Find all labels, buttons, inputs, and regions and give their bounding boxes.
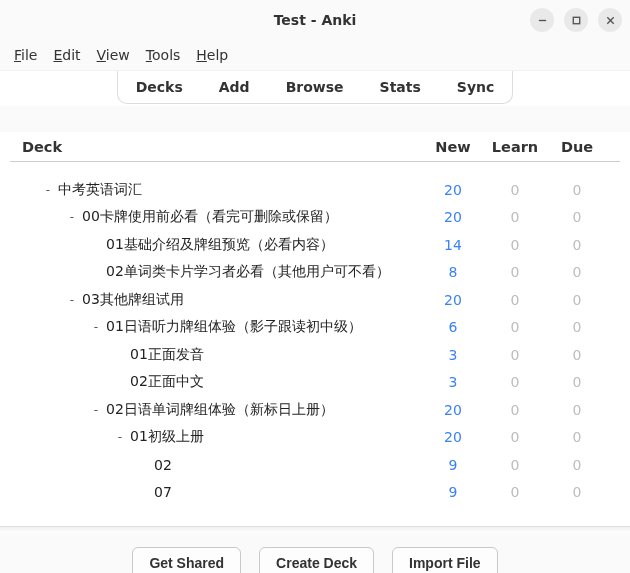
deck-new-count: 20 (422, 209, 484, 225)
deck-due-count: 0 (546, 457, 608, 473)
deck-due-count: 0 (546, 429, 608, 445)
deck-due-count: 0 (546, 182, 608, 198)
create-deck-button[interactable]: Create Deck (259, 547, 374, 573)
deck-new-count: 8 (422, 264, 484, 280)
import-file-button[interactable]: Import File (392, 547, 498, 573)
bottom-toolbar: Get Shared Create Deck Import File (0, 533, 630, 573)
menu-item-tools[interactable]: Tools (146, 47, 181, 63)
maximize-button[interactable] (564, 8, 588, 32)
titlebar: Test - Anki (0, 0, 630, 40)
deck-new-count: 14 (422, 237, 484, 253)
collapse-toggle-icon[interactable]: - (66, 210, 78, 224)
deck-new-count: 20 (422, 429, 484, 445)
menu-item-file[interactable]: File (14, 47, 37, 63)
svg-rect-1 (573, 17, 579, 23)
deck-due-count: 0 (546, 237, 608, 253)
deck-row[interactable]: 01基础介绍及牌组预览（必看内容）1400 (10, 231, 620, 259)
deck-due-count: 0 (546, 374, 608, 390)
window-title: Test - Anki (274, 12, 357, 28)
deck-new-count: 20 (422, 182, 484, 198)
collapse-toggle-icon[interactable]: - (42, 183, 54, 197)
menu-item-view[interactable]: View (97, 47, 130, 63)
column-header-due[interactable]: Due (546, 139, 608, 155)
deck-name-link[interactable]: 00卡牌使用前必看（看完可删除或保留） (82, 208, 338, 226)
deck-row[interactable]: -02日语单词牌组体验（新标日上册）2000 (10, 396, 620, 424)
deck-name-link[interactable]: 02 (154, 457, 172, 473)
deck-name-link[interactable]: 02日语单词牌组体验（新标日上册） (106, 401, 334, 419)
deck-learn-count: 0 (484, 237, 546, 253)
deck-due-count: 0 (546, 347, 608, 363)
deck-learn-count: 0 (484, 264, 546, 280)
tabbar: DecksAddBrowseStatsSync (117, 71, 514, 104)
deck-learn-count: 0 (484, 347, 546, 363)
deck-learn-count: 0 (484, 429, 546, 445)
deck-learn-count: 0 (484, 319, 546, 335)
maximize-icon (571, 15, 582, 26)
deck-name-link[interactable]: 中考英语词汇 (58, 181, 142, 199)
deck-name-link[interactable]: 01初级上册 (130, 428, 204, 446)
close-button[interactable] (598, 8, 622, 32)
menu-item-edit[interactable]: Edit (53, 47, 80, 63)
window-controls (530, 8, 622, 32)
deck-name-link[interactable]: 07 (154, 484, 172, 500)
deck-due-count: 0 (546, 402, 608, 418)
deck-learn-count: 0 (484, 457, 546, 473)
deck-name-link[interactable]: 03其他牌组试用 (82, 291, 184, 309)
deck-row[interactable]: -00卡牌使用前必看（看完可删除或保留）2000 (10, 204, 620, 232)
deck-due-count: 0 (546, 484, 608, 500)
deck-row[interactable]: -中考英语词汇2000 (10, 176, 620, 204)
deck-name-link[interactable]: 01正面发音 (130, 346, 204, 364)
menubar: FileEditViewToolsHelp (0, 40, 630, 70)
column-header-new[interactable]: New (422, 139, 484, 155)
deck-new-count: 3 (422, 374, 484, 390)
deck-new-count: 9 (422, 457, 484, 473)
deck-row[interactable]: 07900 (10, 479, 620, 507)
main-panel: Deck New Learn Due -中考英语词汇2000-00卡牌使用前必看… (0, 132, 630, 533)
deck-row[interactable]: 02单词类卡片学习者必看（其他用户可不看）800 (10, 259, 620, 287)
collapse-toggle-icon[interactable]: - (66, 293, 78, 307)
deck-name-link[interactable]: 02正面中文 (130, 373, 204, 391)
deck-row[interactable]: 02正面中文300 (10, 369, 620, 397)
deck-new-count: 9 (422, 484, 484, 500)
menu-item-help[interactable]: Help (196, 47, 228, 63)
deck-list[interactable]: -中考英语词汇2000-00卡牌使用前必看（看完可删除或保留）200001基础介… (10, 176, 620, 526)
get-shared-button[interactable]: Get Shared (132, 547, 241, 573)
deck-learn-count: 0 (484, 374, 546, 390)
deck-learn-count: 0 (484, 484, 546, 500)
tab-browse[interactable]: Browse (268, 71, 362, 103)
tab-add[interactable]: Add (201, 71, 268, 103)
deck-row[interactable]: -01初级上册2000 (10, 424, 620, 452)
collapse-toggle-icon[interactable]: - (114, 430, 126, 444)
deck-row[interactable]: -03其他牌组试用2000 (10, 286, 620, 314)
deck-new-count: 20 (422, 402, 484, 418)
deck-learn-count: 0 (484, 209, 546, 225)
deck-due-count: 0 (546, 292, 608, 308)
deck-name-link[interactable]: 01基础介绍及牌组预览（必看内容） (106, 236, 334, 254)
collapse-toggle-icon[interactable]: - (90, 320, 102, 334)
deck-new-count: 3 (422, 347, 484, 363)
tab-stats[interactable]: Stats (362, 71, 439, 103)
deck-row[interactable]: 01正面发音300 (10, 341, 620, 369)
deck-due-count: 0 (546, 209, 608, 225)
deck-row[interactable]: 02900 (10, 451, 620, 479)
deck-name-link[interactable]: 01日语听力牌组体验（影子跟读初中级） (106, 318, 362, 336)
minimize-button[interactable] (530, 8, 554, 32)
deck-row[interactable]: -01日语听力牌组体验（影子跟读初中级）600 (10, 314, 620, 342)
deck-learn-count: 0 (484, 292, 546, 308)
column-header-learn[interactable]: Learn (484, 139, 546, 155)
deck-name-link[interactable]: 02单词类卡片学习者必看（其他用户可不看） (106, 263, 390, 281)
deck-new-count: 6 (422, 319, 484, 335)
collapse-toggle-icon[interactable]: - (90, 403, 102, 417)
tab-decks[interactable]: Decks (118, 71, 201, 103)
deck-table-header: Deck New Learn Due (10, 132, 620, 162)
column-header-deck[interactable]: Deck (22, 139, 422, 155)
close-icon (605, 15, 616, 26)
deck-learn-count: 0 (484, 402, 546, 418)
minimize-icon (537, 15, 548, 26)
deck-due-count: 0 (546, 264, 608, 280)
deck-new-count: 20 (422, 292, 484, 308)
tabbar-container: DecksAddBrowseStatsSync (0, 70, 630, 106)
tab-sync[interactable]: Sync (439, 71, 512, 103)
deck-due-count: 0 (546, 319, 608, 335)
deck-learn-count: 0 (484, 182, 546, 198)
